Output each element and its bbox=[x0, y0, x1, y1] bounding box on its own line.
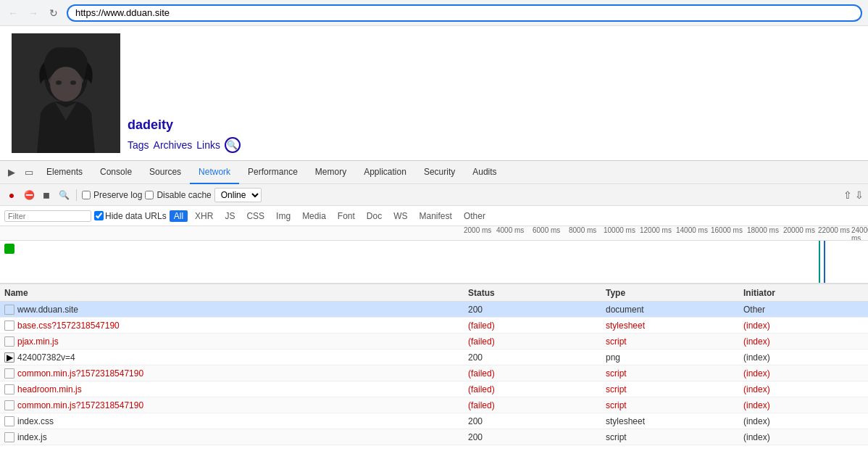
profile-name-link[interactable]: dadeity bbox=[128, 117, 241, 133]
cell-status-1: (failed) bbox=[464, 321, 601, 331]
cell-initiator-6: (index) bbox=[739, 400, 868, 410]
search-network-button[interactable]: 🔍 bbox=[57, 188, 71, 202]
disable-cache-label[interactable]: Disable cache bbox=[145, 190, 211, 200]
cell-initiator-2: (index) bbox=[739, 336, 868, 347]
timeline-left-spacer bbox=[0, 241, 464, 283]
filename-2[interactable]: pjax.min.js bbox=[17, 336, 59, 347]
tab-console[interactable]: Console bbox=[91, 161, 141, 184]
filter-css-button[interactable]: CSS bbox=[242, 210, 269, 222]
table-row[interactable]: headroom.min.js (failed) script (index) bbox=[0, 381, 868, 397]
cell-initiator-3: (index) bbox=[739, 352, 868, 363]
filename-6[interactable]: common.min.js?1572318547190 bbox=[17, 400, 143, 410]
back-button[interactable]: ← bbox=[6, 6, 20, 20]
inspect-element-button[interactable]: ▶ bbox=[3, 164, 20, 181]
archives-link[interactable]: Archives bbox=[154, 139, 193, 151]
table-row[interactable]: ▶ 424007382v=4 200 png (index) bbox=[0, 350, 868, 365]
tick-2000: 2000 ms bbox=[464, 226, 491, 234]
timeline-bars bbox=[464, 241, 868, 283]
search-icon[interactable]: 🔍 bbox=[225, 137, 241, 153]
tab-memory[interactable]: Memory bbox=[306, 161, 355, 184]
cell-name-2: pjax.min.js bbox=[0, 336, 464, 347]
filter-bar: Hide data URLs All XHR JS CSS Img Media … bbox=[0, 206, 868, 226]
file-icon-4 bbox=[4, 368, 14, 379]
tab-network[interactable]: Network bbox=[190, 161, 239, 184]
filter-manifest-button[interactable]: Manifest bbox=[415, 210, 456, 222]
hide-data-urls-checkbox[interactable] bbox=[94, 211, 104, 220]
filter-doc-button[interactable]: Doc bbox=[362, 210, 386, 222]
filter-img-button[interactable]: Img bbox=[272, 210, 295, 222]
filter-button[interactable]: ◼ bbox=[39, 188, 54, 202]
filter-all-button[interactable]: All bbox=[170, 210, 188, 222]
cell-initiator-1: (index) bbox=[739, 321, 868, 331]
device-toggle-button[interactable]: ▭ bbox=[20, 164, 38, 181]
clear-button[interactable]: ⛔ bbox=[22, 188, 36, 202]
table-row[interactable]: common.min.js?1572318547190 (failed) scr… bbox=[0, 365, 868, 381]
address-bar[interactable] bbox=[67, 4, 862, 22]
throttle-select[interactable]: Online bbox=[214, 188, 262, 202]
hide-data-urls-label[interactable]: Hide data URLs bbox=[94, 211, 167, 221]
table-row[interactable]: index.css 200 stylesheet (index) bbox=[0, 413, 868, 429]
preserve-log-checkbox[interactable] bbox=[82, 191, 91, 199]
tick-4000: 4000 ms bbox=[496, 226, 524, 234]
tags-link[interactable]: Tags bbox=[128, 139, 149, 151]
svg-point-3 bbox=[50, 67, 82, 102]
cell-type-1: stylesheet bbox=[601, 321, 739, 331]
record-button[interactable]: ● bbox=[4, 188, 19, 202]
cell-status-7: 200 bbox=[464, 416, 601, 426]
browser-chrome: ← → ↻ bbox=[0, 0, 868, 26]
avatar-image bbox=[12, 33, 120, 153]
cell-type-8: script bbox=[601, 432, 739, 442]
filter-ws-button[interactable]: WS bbox=[389, 210, 412, 222]
file-icon-1 bbox=[4, 321, 14, 331]
timeline-ruler: 2000 ms 4000 ms 6000 ms 8000 ms 10000 ms… bbox=[0, 226, 868, 241]
network-table-header: Name Status Type Initiator bbox=[0, 284, 868, 302]
cell-initiator-7: (index) bbox=[739, 416, 868, 426]
file-icon-3: ▶ bbox=[4, 352, 14, 363]
cell-status-6: (failed) bbox=[464, 400, 601, 410]
avatar bbox=[12, 33, 120, 153]
timeline-ruler-ticks: 2000 ms 4000 ms 6000 ms 8000 ms 10000 ms… bbox=[464, 226, 868, 240]
reload-button[interactable]: ↻ bbox=[46, 6, 61, 20]
cell-initiator-8: (index) bbox=[739, 432, 868, 442]
cell-type-3: png bbox=[601, 352, 739, 363]
filename-5[interactable]: headroom.min.js bbox=[17, 384, 82, 394]
filter-js-button[interactable]: JS bbox=[220, 210, 239, 222]
table-row[interactable]: index.js 200 script (index) bbox=[0, 429, 868, 445]
disable-cache-checkbox[interactable] bbox=[145, 191, 154, 199]
filename-1[interactable]: base.css?1572318547190 bbox=[17, 321, 120, 331]
filter-other-button[interactable]: Other bbox=[459, 210, 490, 222]
filter-input[interactable] bbox=[4, 210, 91, 222]
tab-audits[interactable]: Audits bbox=[464, 161, 505, 184]
file-icon-8 bbox=[4, 432, 14, 442]
cell-status-4: (failed) bbox=[464, 368, 601, 379]
network-rows-container: www.dduan.site 200 document Other base.c… bbox=[0, 302, 868, 445]
links-link[interactable]: Links bbox=[196, 139, 220, 151]
tick-12000: 12000 ms bbox=[640, 226, 672, 234]
preserve-log-label[interactable]: Preserve log bbox=[82, 190, 142, 200]
cell-type-0: document bbox=[601, 305, 739, 315]
filename-4[interactable]: common.min.js?1572318547190 bbox=[17, 368, 143, 379]
filter-media-button[interactable]: Media bbox=[298, 210, 330, 222]
tab-sources[interactable]: Sources bbox=[141, 161, 190, 184]
cell-name-6: common.min.js?1572318547190 bbox=[0, 400, 464, 410]
cell-type-6: script bbox=[601, 400, 739, 410]
tab-performance[interactable]: Performance bbox=[239, 161, 306, 184]
filter-xhr-button[interactable]: XHR bbox=[191, 210, 217, 222]
table-row[interactable]: pjax.min.js (failed) script (index) bbox=[0, 334, 868, 350]
filter-font-button[interactable]: Font bbox=[333, 210, 359, 222]
devtools-tabs: ▶ ▭ Elements Console Sources Network Per… bbox=[0, 161, 868, 184]
table-row[interactable]: www.dduan.site 200 document Other bbox=[0, 302, 868, 318]
download-button[interactable]: ⇩ bbox=[855, 189, 864, 201]
svg-point-4 bbox=[56, 80, 62, 85]
cell-initiator-4: (index) bbox=[739, 368, 868, 379]
devtools-toolbar: ● ⛔ ◼ 🔍 Preserve log Disable cache Onlin… bbox=[0, 184, 868, 206]
filename-7: index.css bbox=[17, 416, 54, 426]
forward-button[interactable]: → bbox=[26, 6, 41, 20]
filename-8: index.js bbox=[17, 432, 47, 442]
upload-button[interactable]: ⇧ bbox=[843, 189, 852, 201]
tab-security[interactable]: Security bbox=[415, 161, 464, 184]
tab-application[interactable]: Application bbox=[355, 161, 415, 184]
tab-elements[interactable]: Elements bbox=[38, 161, 91, 184]
table-row[interactable]: base.css?1572318547190 (failed) styleshe… bbox=[0, 318, 868, 334]
table-row[interactable]: common.min.js?1572318547190 (failed) scr… bbox=[0, 397, 868, 413]
